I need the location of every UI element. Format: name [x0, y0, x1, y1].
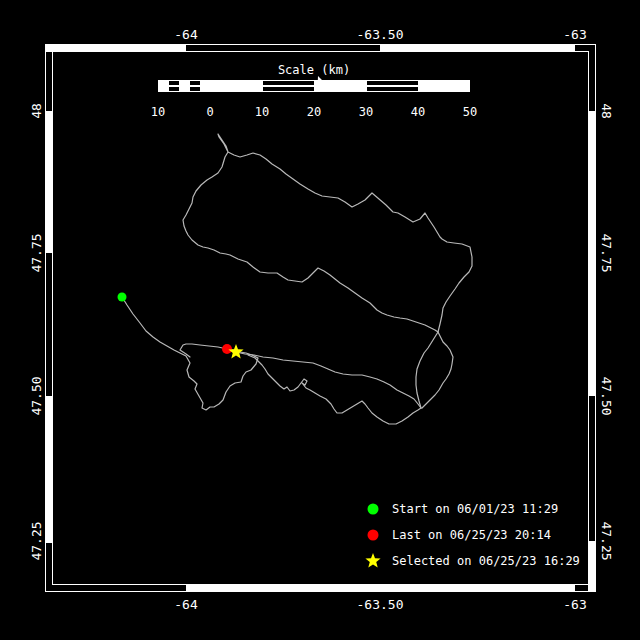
scale-tick-10w: 10: [151, 106, 165, 118]
right-axis-label-4750: 47.50: [600, 376, 613, 415]
top-axis-label-63: -63: [563, 28, 586, 41]
last-marker[interactable]: [222, 344, 232, 354]
scale-tick-50: 50: [463, 106, 477, 118]
legend-selected-label: Selected on 06/25/23 16:29: [392, 555, 580, 567]
map-background: [0, 0, 640, 640]
left-axis-label-4725: 47.25: [30, 521, 43, 560]
top-axis-label-64: -64: [174, 28, 197, 41]
right-axis-label-48: 48: [600, 103, 613, 119]
scale-tick-30: 30: [359, 106, 373, 118]
scale-tick-10: 10: [255, 106, 269, 118]
legend-start-label: Start on 06/01/23 11:29: [392, 503, 558, 515]
right-axis-label-4725: 47.25: [600, 521, 613, 560]
left-axis-label-4775: 47.75: [30, 233, 43, 272]
scale-bar: [159, 81, 470, 92]
legend-start-icon: [368, 504, 379, 515]
left-axis-label-4750: 47.50: [30, 376, 43, 415]
top-axis-label-6350: -63.50: [357, 28, 404, 41]
scale-tick-0: 0: [206, 106, 213, 118]
left-axis-label-48: 48: [30, 103, 43, 119]
bottom-axis-label-6350: -63.50: [357, 598, 404, 611]
scale-tick-20: 20: [307, 106, 321, 118]
bottom-axis-label-64: -64: [174, 598, 197, 611]
map-canvas[interactable]: [0, 0, 640, 640]
scale-bar-title: Scale (km): [278, 64, 350, 76]
map-window: Scale (km) 10 0 10 20 30 40 50 -64 -63.5…: [0, 0, 640, 640]
legend-last-icon: [368, 530, 379, 541]
right-axis-label-4775: 47.75: [600, 233, 613, 272]
legend-last-label: Last on 06/25/23 20:14: [392, 529, 551, 541]
start-marker[interactable]: [118, 293, 127, 302]
scale-tick-40: 40: [411, 106, 425, 118]
bottom-axis-label-63: -63: [563, 598, 586, 611]
